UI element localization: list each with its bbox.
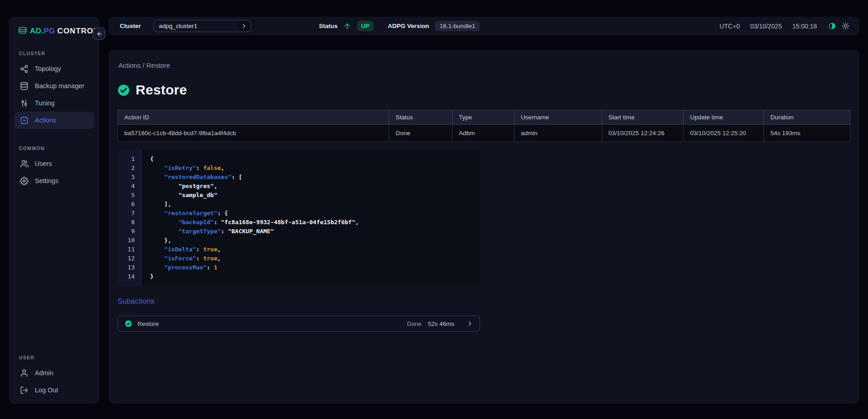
line-number: 8 <box>118 218 141 227</box>
sidebar-item-topology[interactable]: Topology <box>14 60 94 77</box>
logo-text-pg: PG <box>43 27 55 36</box>
main-panel: Actions / Restore Restore Action IDStatu… <box>108 50 859 404</box>
breadcrumb: Actions / Restore <box>118 61 850 69</box>
line-number: 5 <box>118 191 141 200</box>
sidebar-collapse-button[interactable] <box>93 28 105 40</box>
line-number: 4 <box>118 182 141 191</box>
version-badge: 16.1-bundle1 <box>435 21 480 31</box>
subaction-row[interactable]: Restore Done 52s 46ms <box>118 315 480 332</box>
breadcrumb-parent[interactable]: Actions <box>118 61 141 69</box>
table-row[interactable]: ba57160c-c1cb-48dd-bcd7-9fba1a4f4dcbDone… <box>118 125 850 142</box>
success-check-icon <box>125 320 132 327</box>
person-icon <box>20 369 28 377</box>
table-header-cell: Duration <box>764 110 850 124</box>
line-number: 1 <box>118 155 141 164</box>
code-line: 11 "isDelta": true, <box>118 245 480 254</box>
line-number: 14 <box>118 272 141 281</box>
subaction-label: Restore <box>137 320 159 327</box>
table-header-row: Action IDStatusTypeUsernameStart timeUpd… <box>118 110 850 125</box>
code-line: 9 "targetType": "BACKUP_NAME" <box>118 227 480 236</box>
database-icon <box>20 82 28 90</box>
status-badge: UP <box>357 21 373 31</box>
code-line: 7 "restoreTarget": { <box>118 209 480 218</box>
sidebar-item-label: Actions <box>35 117 57 124</box>
sidebar-item-log-out[interactable]: Log Out <box>14 381 94 399</box>
logout-icon <box>20 386 28 395</box>
code-line: 1{ <box>118 155 480 164</box>
sidebar-section-label: USER <box>19 355 99 360</box>
sidebar: AD.PG CONTROL CLUSTERTopologyBackup mana… <box>9 17 99 404</box>
sidebar-item-settings[interactable]: Settings <box>14 172 94 189</box>
line-number: 11 <box>118 245 141 254</box>
cluster-select[interactable]: adpg_cluster1 <box>153 20 251 32</box>
sidebar-item-label: Backup manager <box>35 82 85 89</box>
table-header-cell: Update time <box>683 110 764 124</box>
subaction-status: Done <box>407 320 421 327</box>
logo-text-ad: AD. <box>30 27 43 36</box>
light-theme-toggle[interactable] <box>842 22 849 30</box>
subactions-heading: Subactions <box>118 297 850 306</box>
sidebar-item-backup-manager[interactable]: Backup manager <box>14 77 94 94</box>
subaction-duration: 52s 46ms <box>428 320 454 327</box>
sidebar-item-tuning[interactable]: Tuning <box>14 94 94 112</box>
line-number: 13 <box>118 263 141 272</box>
line-number: 10 <box>118 236 141 245</box>
theme-contrast-toggle[interactable] <box>828 22 836 30</box>
timezone-value: UTC+0 <box>720 23 740 30</box>
table-cell: Done <box>389 125 452 141</box>
play-icon <box>20 116 28 125</box>
sliders-icon <box>20 99 28 108</box>
actions-table: Action IDStatusTypeUsernameStart timeUpd… <box>118 110 850 142</box>
sidebar-item-label: Tuning <box>35 99 55 107</box>
table-header-cell: Action ID <box>118 110 389 124</box>
cluster-label: Cluster <box>120 23 141 29</box>
code-line: 5 "sample_db" <box>118 191 480 200</box>
code-line: 10 }, <box>118 236 480 245</box>
topbar: Cluster adpg_cluster1 Status UP ADPG Ver… <box>108 17 859 35</box>
line-number: 9 <box>118 227 141 236</box>
table-header-cell: Username <box>514 110 602 124</box>
line-number: 7 <box>118 209 141 218</box>
breadcrumb-separator: / <box>141 61 146 69</box>
table-cell: admin <box>514 125 602 141</box>
table-header-cell: Status <box>389 110 452 124</box>
code-line: 14} <box>118 272 480 281</box>
database-logo-icon <box>17 26 28 37</box>
sidebar-item-admin[interactable]: Admin <box>14 364 94 381</box>
table-cell: 03/10/2025 12:24:26 <box>602 125 684 141</box>
code-line: 2 "isRetry": false, <box>118 164 480 173</box>
topology-icon <box>20 65 28 73</box>
app-logo[interactable]: AD.PG CONTROL <box>9 17 99 37</box>
cluster-select-value: adpg_cluster1 <box>159 23 198 29</box>
version-label: ADPG Version <box>388 23 429 29</box>
code-line: 4 "postgres", <box>118 182 480 191</box>
arrow-left-icon <box>96 30 103 38</box>
sidebar-item-label: Settings <box>35 177 58 184</box>
status-label: Status <box>319 23 338 29</box>
code-line: 12 "isForce": true, <box>118 254 480 263</box>
sidebar-item-label: Admin <box>35 369 53 377</box>
sidebar-item-label: Topology <box>35 65 61 72</box>
code-line: 6 ], <box>118 200 480 209</box>
line-number: 6 <box>118 200 141 209</box>
logo-text-control: CONTROL <box>57 27 99 36</box>
page-title: Restore <box>136 82 187 98</box>
line-number: 12 <box>118 254 141 263</box>
table-header-cell: Type <box>452 110 514 124</box>
breadcrumb-current: Restore <box>146 61 170 69</box>
table-header-cell: Start time <box>602 110 684 124</box>
table-cell: 03/10/2025 12:25:20 <box>683 125 764 141</box>
sidebar-item-actions[interactable]: Actions <box>14 112 94 129</box>
action-payload-code: 1{2 "isRetry": false,3 "restoredDatabase… <box>118 150 480 286</box>
table-cell: 54s 193ms <box>764 125 850 141</box>
date-value: 03/10/2025 <box>750 23 782 30</box>
table-cell: ba57160c-c1cb-48dd-bcd7-9fba1a4f4dcb <box>118 125 389 141</box>
sidebar-item-users[interactable]: Users <box>14 155 94 172</box>
sidebar-section-label: CLUSTER <box>19 51 99 56</box>
arrow-up-icon <box>343 22 351 30</box>
code-line: 3 "restoredDatabases": [ <box>118 173 480 182</box>
contrast-icon <box>828 22 836 30</box>
sidebar-section-label: COMMON <box>19 146 99 151</box>
users-icon <box>20 160 28 168</box>
chevron-right-icon <box>467 320 473 327</box>
